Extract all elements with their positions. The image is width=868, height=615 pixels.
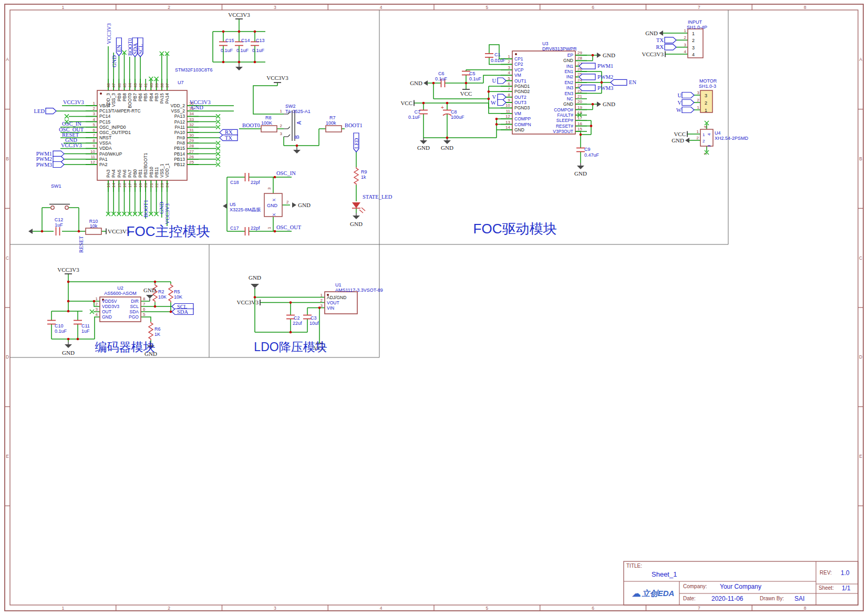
svg-text:9: 9 (508, 98, 511, 102)
svg-text:0.1uF: 0.1uF (236, 48, 249, 53)
svg-text:PGND1: PGND1 (514, 84, 530, 89)
svg-text:3: 3 (692, 45, 695, 50)
svg-text:DIR: DIR (131, 299, 139, 304)
svg-text:5: 5 (486, 5, 489, 10)
svg-text:VIN: VIN (327, 305, 334, 311)
svg-text:EN: EN (629, 79, 636, 85)
svg-text:OSC_IN/PD0: OSC_IN/PD0 (99, 125, 126, 130)
svg-text:VSS_3: VSS_3 (111, 93, 116, 107)
svg-text:7: 7 (698, 5, 700, 10)
svg-text:GND: GND (645, 30, 658, 36)
svg-text:1: 1 (702, 132, 705, 137)
svg-text:PC15: PC15 (99, 119, 111, 125)
svg-text:RX: RX (656, 44, 664, 50)
svg-text:C1: C1 (494, 52, 501, 57)
svg-text:PB6: PB6 (138, 93, 143, 101)
svg-text:PA5: PA5 (117, 169, 122, 178)
svg-text:8: 8 (93, 138, 96, 143)
svg-text:U3: U3 (542, 41, 549, 46)
svg-text:7: 7 (698, 606, 700, 611)
svg-text:OUT3: OUT3 (514, 100, 526, 105)
u1-ams1117[interactable]: 1ADJ/GND2VOUT3VIN (321, 292, 357, 314)
svg-text:32: 32 (189, 122, 194, 127)
svg-text:2: 2 (286, 200, 289, 204)
svg-text:2: 2 (321, 298, 323, 303)
sheet-title[interactable]: Sheet_1 (652, 570, 677, 578)
svg-text:BOOT1: BOOT1 (345, 122, 363, 128)
svg-text:MOTOR: MOTOR (699, 78, 717, 84)
svg-text:VM: VM (514, 111, 521, 116)
svg-text:1: 1 (62, 606, 65, 611)
svg-text:W: W (676, 107, 681, 113)
svg-text:STM32F103C8T6: STM32F103C8T6 (175, 67, 213, 73)
svg-text:PA15: PA15 (159, 93, 164, 104)
svg-text:19: 19 (138, 182, 143, 187)
svg-text:100k: 100k (326, 120, 336, 126)
svg-text:ADJ/GND: ADJ/GND (327, 295, 346, 300)
svg-text:PA13: PA13 (174, 114, 185, 119)
svg-text:GND: GND (102, 314, 112, 320)
svg-text:C12: C12 (55, 217, 64, 222)
svg-text:A: A (6, 57, 9, 62)
svg-text:3: 3 (684, 43, 687, 47)
svg-text:6: 6 (508, 81, 511, 86)
svg-text:DRV8313PWPR: DRV8313PWPR (542, 46, 577, 52)
svg-text:GND: GND (267, 203, 278, 208)
svg-text:1: 1 (684, 28, 687, 33)
module-title-foc-driver[interactable]: FOC驱动模块 (473, 220, 557, 238)
svg-text:GND: GND (514, 127, 524, 132)
svg-text:R2: R2 (158, 289, 164, 294)
svg-text:46: 46 (117, 83, 122, 88)
svg-text:6: 6 (592, 5, 594, 10)
svg-text:INPUT: INPUT (688, 19, 702, 25)
svg-text:PWM1: PWM1 (597, 63, 613, 69)
u3-drv8313[interactable]: 1CP12CP23VCP4VM5OUT16PGND17PGND28OUT29OU… (501, 50, 587, 134)
svg-text:4: 4 (508, 70, 511, 75)
svg-text:LED: LED (34, 108, 45, 114)
svg-text:IN1: IN1 (566, 64, 574, 69)
svg-text:SW2: SW2 (285, 104, 296, 109)
title-label: TITLE: (626, 563, 642, 569)
svg-text:PWM3: PWM3 (36, 162, 52, 168)
svg-text:VCC: VCC (674, 131, 686, 137)
svg-text:3: 3 (274, 5, 276, 10)
module-title-foc-main[interactable]: FOC主控模块 (127, 222, 210, 241)
u2-as5600[interactable]: 1VDD5V2VDD3V33OUT4GND8DIR7SCL6SDA5PGO (96, 296, 146, 322)
svg-text:29: 29 (577, 50, 582, 55)
svg-text:PA8: PA8 (177, 140, 185, 146)
svg-text:VSS_2: VSS_2 (171, 108, 185, 114)
svg-text:AMS1117-3.3VSOT-89: AMS1117-3.3VSOT-89 (335, 288, 383, 293)
svg-text:25: 25 (189, 160, 194, 165)
svg-text:V: V (677, 100, 681, 106)
lceda-logo-text: 立创EDA (642, 589, 675, 599)
svg-text:V3P3OUT: V3P3OUT (553, 129, 573, 134)
svg-text:100uF: 100uF (451, 115, 464, 120)
svg-text:SH1.0-4P: SH1.0-4P (687, 25, 707, 30)
svg-text:11: 11 (506, 109, 511, 114)
svg-text:LED: LED (354, 138, 359, 149)
svg-text:D: D (859, 354, 862, 360)
svg-text:2: 2 (705, 100, 707, 106)
svg-text:0.1uF: 0.1uF (408, 115, 421, 120)
u7-stm32f103[interactable]: 1VBAT2PC13/TAMPER-RTC3PC144PC155OSC_IN/P… (86, 79, 199, 192)
svg-text:GND: GND (143, 287, 156, 293)
svg-text:3: 3 (508, 65, 511, 70)
svg-text:0.1uF: 0.1uF (435, 76, 448, 81)
svg-text:C13: C13 (256, 38, 265, 43)
svg-text:GND: GND (603, 52, 615, 58)
svg-text:8: 8 (508, 93, 511, 97)
svg-text:4: 4 (692, 52, 695, 57)
svg-text:1: 1 (705, 108, 707, 113)
svg-text:0.1uF: 0.1uF (469, 76, 482, 81)
svg-text:PA11: PA11 (174, 125, 185, 130)
svg-text:COMPN: COMPN (514, 122, 531, 127)
svg-text:R8: R8 (265, 115, 272, 120)
svg-text:22: 22 (154, 182, 159, 187)
svg-text:TX: TX (656, 37, 664, 43)
module-title-encoder[interactable]: 编码器模块 (95, 339, 156, 355)
svg-text:C6: C6 (438, 71, 445, 76)
module-title-ldo[interactable]: LDO降压模块 (254, 339, 327, 355)
svg-text:PA2: PA2 (99, 162, 108, 167)
schematic-canvas[interactable]: 1122334455667788AABBCCDDEE1VBAT2PC13/TAM… (0, 0, 868, 615)
svg-text:30: 30 (189, 133, 194, 138)
